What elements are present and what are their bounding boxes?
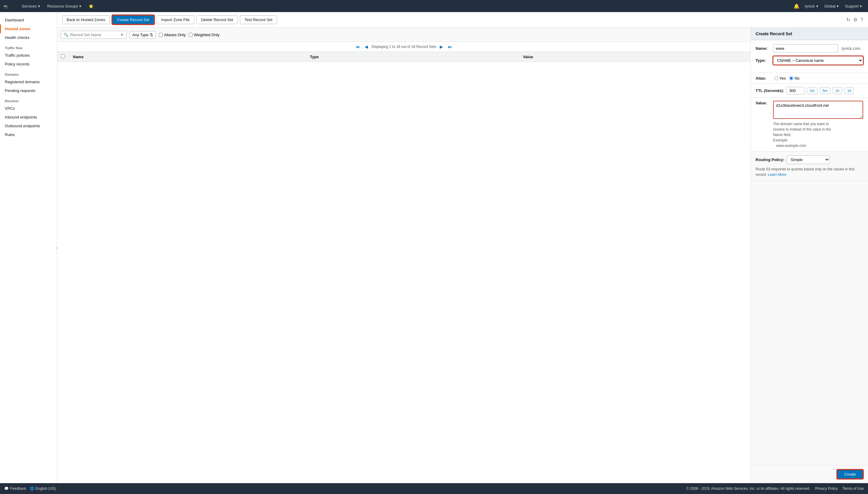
nav-bell-icon[interactable]: 🔔 bbox=[792, 2, 802, 10]
name-label: Name: bbox=[755, 46, 771, 51]
routing-select[interactable]: Simple Weighted Latency Failover Geoloca… bbox=[787, 155, 830, 164]
delete-record-set-button[interactable]: Delete Record Set bbox=[197, 15, 237, 24]
search-input[interactable] bbox=[70, 33, 118, 37]
value-help: The domain name that you want to resolve… bbox=[755, 121, 863, 148]
back-to-hosted-zones-button[interactable]: Back to Hosted Zones bbox=[62, 15, 110, 24]
record-name-input[interactable] bbox=[773, 44, 838, 53]
split-container: 🔍 ✕ Any Type ⇅ Aliases Only Weight bbox=[57, 28, 868, 483]
alias-yes-radio[interactable] bbox=[774, 76, 778, 80]
sidebar-item-hosted-zones[interactable]: Hosted zones bbox=[0, 24, 57, 33]
import-zone-file-button[interactable]: Import Zone File bbox=[157, 15, 194, 24]
nav-services[interactable]: Services ▾ bbox=[19, 3, 42, 10]
create-panel: Create Record Set Name: .tynick.com. Typ… bbox=[750, 28, 868, 483]
alias-label: Alias: bbox=[755, 76, 771, 80]
create-panel-header: Create Record Set bbox=[751, 28, 868, 40]
last-page-btn[interactable]: ⏭ bbox=[447, 44, 453, 50]
terms-of-use-link[interactable]: Terms of Use bbox=[842, 487, 864, 491]
language-btn[interactable]: 🌐 English (US) bbox=[30, 487, 56, 491]
gear-icon[interactable]: ⚙ bbox=[853, 17, 857, 23]
nav-bookmark[interactable]: ⭐ bbox=[86, 3, 96, 10]
create-button[interactable]: Create bbox=[837, 470, 863, 479]
routing-section: Routing Policy: Simple Weighted Latency … bbox=[751, 152, 868, 181]
nav-resource-groups[interactable]: Resource Groups ▾ bbox=[45, 3, 84, 10]
filter-bar: 🔍 ✕ Any Type ⇅ Aliases Only Weight bbox=[57, 28, 750, 42]
sidebar-collapse-btn[interactable]: ◀ bbox=[55, 243, 57, 253]
create-panel-footer: Create bbox=[751, 465, 868, 483]
first-page-btn[interactable]: ⏮ bbox=[354, 44, 361, 50]
sidebar-item-rules[interactable]: Rules bbox=[0, 130, 57, 139]
type-label: Type: bbox=[755, 58, 771, 63]
routing-help: Route 53 responds to queries based only … bbox=[755, 167, 863, 177]
sidebar: ◀ Dashboard Hosted zones Health checks T… bbox=[0, 12, 57, 483]
value-textarea[interactable]: d1s3itacebvwc0.cloudfront.net bbox=[773, 101, 863, 119]
alias-no-label[interactable]: No bbox=[789, 76, 800, 80]
nav-user[interactable]: tynick▾ bbox=[803, 3, 821, 10]
type-dropdown[interactable]: CNAME – Canonical name A – IPv4 address … bbox=[773, 56, 863, 65]
aliases-only-checkbox[interactable]: Aliases Only bbox=[159, 33, 186, 37]
nav-global[interactable]: Global▾ bbox=[822, 3, 842, 10]
pagination-info: Displaying 1 to 18 out of 18 Record Sets bbox=[372, 45, 436, 49]
sidebar-item-dashboard[interactable]: Dashboard bbox=[0, 16, 57, 24]
bottom-bar: 💬 Feedback 🌐 English (US) © 2008 - 2019,… bbox=[0, 483, 868, 494]
sidebar-item-vpcs[interactable]: VPCs bbox=[0, 104, 57, 113]
sidebar-section-resolver: Resolver bbox=[0, 95, 57, 104]
routing-label: Routing Policy: bbox=[755, 157, 784, 162]
sidebar-item-policy-records[interactable]: Policy records bbox=[0, 60, 57, 69]
next-page-btn[interactable]: ▶ bbox=[438, 44, 444, 50]
form-row-type: Type: CNAME – Canonical name A – IPv4 ad… bbox=[755, 56, 863, 65]
prev-page-btn[interactable]: ◀ bbox=[363, 44, 369, 50]
refresh-icon[interactable]: ↻ bbox=[846, 17, 850, 23]
col-value: Value bbox=[519, 52, 750, 62]
sidebar-section-domains: Domains bbox=[0, 69, 57, 77]
top-nav: aws Services ▾ Resource Groups ▾ ⭐ 🔔 tyn… bbox=[0, 0, 868, 12]
records-list: Name Type Value bbox=[57, 52, 750, 62]
sidebar-item-registered-domains[interactable]: Registered domains bbox=[0, 77, 57, 86]
select-all-checkbox[interactable] bbox=[61, 54, 65, 58]
sidebar-item-pending-requests[interactable]: Pending requests bbox=[0, 86, 57, 95]
alias-no-radio[interactable] bbox=[789, 76, 793, 80]
col-name: Name bbox=[69, 52, 306, 62]
records-table: Name Type Value bbox=[57, 52, 750, 483]
create-record-set-button[interactable]: Create Record Set bbox=[112, 15, 154, 24]
form-row-name: Name: .tynick.com. bbox=[755, 44, 863, 53]
alias-yes-label[interactable]: Yes bbox=[774, 76, 786, 80]
records-panel: 🔍 ✕ Any Type ⇅ Aliases Only Weight bbox=[57, 28, 750, 483]
search-icon: 🔍 bbox=[64, 33, 68, 37]
ttl-input[interactable] bbox=[786, 87, 804, 94]
value-row: Value: d1s3itacebvwc0.cloudfront.net bbox=[755, 101, 863, 119]
copyright-text: © 2008 - 2019, Amazon Web Services, Inc.… bbox=[686, 487, 810, 491]
svg-text:aws: aws bbox=[4, 5, 7, 7]
privacy-policy-link[interactable]: Privacy Policy bbox=[815, 487, 838, 491]
sidebar-section-traffic-flow: Traffic flow bbox=[0, 42, 57, 51]
pagination-bar: ⏮ ◀ Displaying 1 to 18 out of 18 Record … bbox=[57, 42, 750, 52]
domain-suffix: .tynick.com. bbox=[839, 46, 863, 51]
sidebar-item-traffic-policies[interactable]: Traffic policies bbox=[0, 51, 57, 60]
feedback-btn[interactable]: 💬 Feedback bbox=[4, 487, 26, 491]
weighted-only-checkbox[interactable]: Weighted Only bbox=[189, 33, 219, 37]
ttl-5m-btn[interactable]: 5m bbox=[820, 88, 830, 94]
value-section: Value: d1s3itacebvwc0.cloudfront.net The… bbox=[751, 98, 868, 152]
sidebar-item-outbound-endpoints[interactable]: Outbound endpoints bbox=[0, 121, 57, 130]
ttl-1h-btn[interactable]: 1h bbox=[833, 88, 842, 94]
col-type: Type bbox=[306, 52, 519, 62]
search-clear-icon[interactable]: ✕ bbox=[120, 32, 124, 37]
sidebar-item-inbound-endpoints[interactable]: Inbound endpoints bbox=[0, 113, 57, 121]
test-record-set-button[interactable]: Test Record Set bbox=[240, 15, 277, 24]
learn-more-link[interactable]: Learn More bbox=[768, 172, 786, 177]
ttl-label: TTL (Seconds): bbox=[755, 88, 784, 93]
content-area: Back to Hosted Zones Create Record Set I… bbox=[57, 12, 868, 483]
ttl-1d-btn[interactable]: 1d bbox=[845, 88, 854, 94]
ttl-1m-btn[interactable]: 1m bbox=[807, 88, 817, 94]
nav-support[interactable]: Support▾ bbox=[842, 3, 864, 10]
sidebar-item-health-checks[interactable]: Health checks bbox=[0, 33, 57, 42]
ttl-section: TTL (Seconds): 1m 5m 1h 1d bbox=[751, 84, 868, 98]
value-label: Value: bbox=[755, 101, 771, 105]
help-icon[interactable]: ? bbox=[861, 17, 863, 23]
type-select[interactable]: Any Type ⇅ bbox=[130, 31, 156, 39]
aws-logo-icon: aws bbox=[4, 2, 15, 10]
alias-row: Alias: Yes No bbox=[751, 73, 868, 84]
toolbar: Back to Hosted Zones Create Record Set I… bbox=[57, 12, 868, 28]
search-box[interactable]: 🔍 ✕ bbox=[61, 31, 126, 39]
form-section-name-type: Name: .tynick.com. Type: CNAME – Canonic… bbox=[751, 40, 868, 73]
name-inputs-group: .tynick.com. bbox=[773, 44, 863, 53]
